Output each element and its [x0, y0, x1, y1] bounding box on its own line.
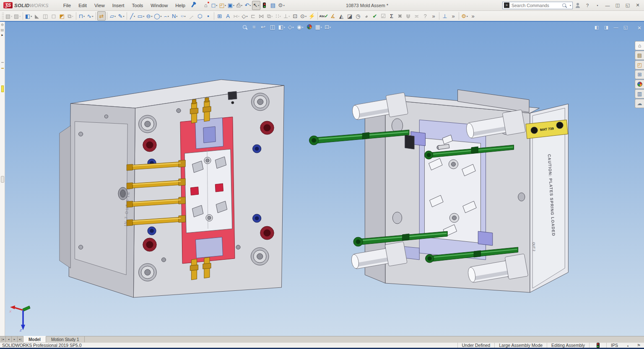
section-view-button[interactable]: ◫	[268, 23, 277, 31]
assembly-features-button-dropdown[interactable]: ▾	[31, 15, 32, 18]
search-box[interactable]: » ▾	[502, 2, 573, 9]
menu-help[interactable]: Help	[171, 2, 189, 9]
sketch-fillet-button-dropdown[interactable]: ▾	[192, 15, 193, 18]
instant-2d-button[interactable]: ⊡	[291, 11, 299, 21]
pane-layout-button[interactable]: ◫	[613, 2, 622, 9]
spell-checker-button[interactable]: Abc	[319, 11, 329, 21]
view-orientation-button[interactable]: ◧▾	[278, 23, 286, 31]
ellipse-tool-button-dropdown[interactable]: ▾	[184, 15, 186, 18]
taskpane-close-icon[interactable]: ✕	[637, 25, 641, 31]
undo-button-dropdown[interactable]: ▾	[249, 4, 251, 7]
import-diagnostics-button[interactable]: ?	[421, 11, 429, 21]
toolbar-drag-handle[interactable]	[2, 12, 4, 20]
file-properties-button[interactable]: ▤	[269, 1, 277, 10]
motion-study-tab[interactable]: Motion Study 1	[46, 336, 85, 342]
featuremanager-flyout-arrow[interactable]: ▸	[0, 33, 5, 38]
edit-component-button-dropdown[interactable]: ▾	[19, 15, 21, 18]
taskpane-home-tab[interactable]: ⌂	[635, 41, 644, 50]
cavity-plate-cluster[interactable]	[180, 117, 235, 264]
circle-tool-button-dropdown[interactable]: ▾	[161, 15, 162, 18]
panel-expand-handle[interactable]	[1, 176, 4, 183]
large-assembly-mode-status[interactable]: Large Assembly Mode	[494, 343, 547, 348]
corner-rectangle-button[interactable]: ▭▾	[137, 11, 145, 21]
units-caret-icon[interactable]: ▴	[622, 344, 634, 347]
show-hidden-components-button[interactable]: ◫	[41, 11, 49, 21]
view-palette-tab[interactable]: ⊞	[635, 70, 644, 79]
tab-scroll-next[interactable]: ▸	[12, 336, 18, 342]
design-checker-button[interactable]: ☑	[379, 11, 387, 21]
assembly-visualization-button[interactable]: ◻	[49, 11, 58, 21]
spline-tool-button-dropdown[interactable]: ▾	[176, 15, 177, 18]
mold-assembly-canvas[interactable]: IN 7 OUT 5 IN 5	[5, 22, 644, 336]
sketch-pattern-button-dropdown[interactable]: ▾	[238, 15, 239, 18]
performance-evaluation-button[interactable]: ◷	[354, 11, 362, 21]
strip-options-icon[interactable]: ⚙	[0, 23, 5, 28]
search-dropdown-icon[interactable]: ▾	[570, 4, 571, 7]
menu-file[interactable]: File	[60, 2, 75, 9]
view-settings-button-dropdown[interactable]: ▾	[330, 26, 331, 28]
open-document-button[interactable]: ◰▾	[218, 1, 227, 10]
help-button[interactable]: ?	[583, 2, 592, 9]
corner-rectangle-button-dropdown[interactable]: ▾	[143, 15, 144, 18]
featuremanager-collapsed-strip[interactable]: ⚙▤▸	[0, 22, 5, 336]
grid-system-button-dropdown[interactable]: ▾	[280, 15, 281, 18]
status-traffic-light[interactable]	[589, 343, 606, 348]
hide-show-items-button-dropdown[interactable]: ▾	[302, 26, 303, 28]
smart-fasteners-button[interactable]: ◩	[58, 11, 66, 21]
search-magnifier-icon[interactable]	[560, 3, 569, 8]
line-tool-button[interactable]: ╱▾	[128, 11, 137, 21]
compare-button[interactable]: ⋓	[404, 11, 413, 21]
select-button-dropdown[interactable]: ▾	[258, 4, 259, 7]
component-preview-button[interactable]: ◣	[33, 11, 41, 21]
section-properties-button[interactable]: ◪	[345, 11, 354, 21]
model-tab[interactable]: Model	[23, 336, 46, 342]
menu-view[interactable]: View	[91, 2, 109, 9]
undo-button[interactable]: ↶▾	[244, 1, 252, 10]
view-orientation-button-dropdown[interactable]: ▾	[284, 26, 285, 28]
units-selector[interactable]: IPS	[606, 343, 622, 348]
sketch-fillet-button[interactable]: ◞▾	[187, 11, 196, 21]
deviation-analysis-button[interactable]: ✖	[396, 11, 404, 21]
tab-scroll-prev[interactable]: ◂	[6, 336, 12, 342]
close-button[interactable]: ✕	[633, 2, 642, 9]
hole-series-button-dropdown[interactable]: ▾	[305, 15, 306, 18]
file-options-flyout-button[interactable]: ⚙▾	[460, 11, 469, 21]
display-style-button[interactable]: ◇▾	[287, 23, 295, 31]
arc-tool-button-dropdown[interactable]: ▾	[168, 15, 169, 18]
design-library-tab[interactable]: ▤	[635, 51, 644, 60]
hole-series-button[interactable]: ⊙▾	[299, 11, 308, 21]
tab-scroll-last[interactable]: ▸|	[18, 336, 23, 342]
appearances-tab[interactable]: ●	[635, 80, 644, 89]
apply-scene-button[interactable]: ▦▾	[314, 23, 323, 31]
zoom-to-fit-button[interactable]	[241, 23, 249, 31]
move-component-button[interactable]: ⇄	[97, 11, 106, 21]
route-button[interactable]: ∿▾	[86, 11, 94, 21]
grid-system-button[interactable]: ∷▾	[274, 11, 283, 21]
save-button-dropdown[interactable]: ▾	[233, 4, 234, 7]
edit-component-button[interactable]: ▨▾	[13, 11, 21, 21]
tab-scroll-first[interactable]: |◂	[0, 336, 6, 342]
black-bracket[interactable]	[405, 135, 414, 149]
graphics-viewport[interactable]: ⌗↩◫◧▾◇▾◉▾●▦▾⊡▾ ◧◨—◱ ✕ ⌂▤◰⊞●▥☁	[5, 22, 644, 336]
measure-button[interactable]: ∡	[329, 11, 337, 21]
custom-properties-tab[interactable]: ▥	[635, 89, 644, 98]
reference-geometry-flyout-button[interactable]: ⊥	[441, 11, 449, 21]
menu-tools[interactable]: Tools	[128, 2, 147, 9]
insert-components-button-dropdown[interactable]: ▾	[11, 15, 12, 18]
equations-button[interactable]: Σ	[387, 11, 396, 21]
exploded-view-button[interactable]: ◇▾	[241, 11, 249, 21]
reference-axis-button[interactable]: ⊥▾	[283, 11, 291, 21]
options-button-dropdown[interactable]: ▾	[283, 4, 285, 7]
view-settings-button[interactable]: ⊡▾	[324, 23, 332, 31]
sketch-text-button[interactable]: A	[224, 11, 232, 21]
save-button[interactable]: ▣▾	[227, 1, 235, 10]
smart-dimension-button-dropdown[interactable]: ▾	[123, 15, 124, 18]
minimize-document-button[interactable]: —	[612, 23, 620, 32]
arc-tool-button[interactable]: ⌢▾	[162, 11, 171, 21]
assembly-features-button[interactable]: ◧▾	[24, 11, 33, 21]
straight-slot-button[interactable]: ⊖▾	[145, 11, 153, 21]
sketch-button-dropdown[interactable]: ▾	[114, 15, 116, 18]
restore-document-button[interactable]: ◱	[621, 23, 630, 32]
edit-appearance-button[interactable]: ●	[305, 23, 314, 31]
menu-window[interactable]: Window	[147, 2, 171, 9]
